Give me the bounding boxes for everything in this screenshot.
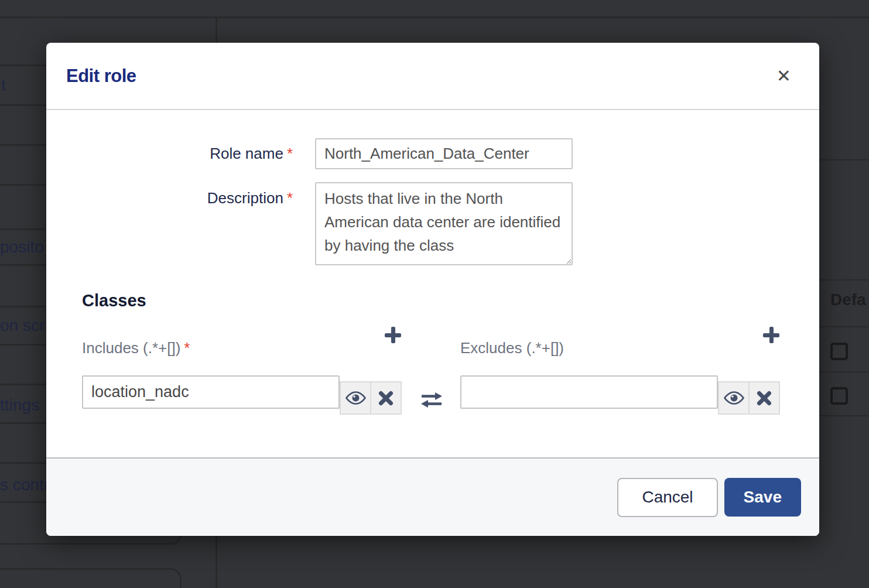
role-name-row: Role name*: [46, 138, 819, 169]
backdrop-row-divider: [817, 159, 869, 160]
preview-include-button[interactable]: [340, 381, 371, 415]
x-icon: [378, 391, 394, 406]
add-exclude-button[interactable]: [762, 326, 781, 344]
checkbox: [830, 343, 848, 360]
plus-icon: [385, 327, 401, 343]
classes-heading: Classes: [82, 291, 781, 310]
backdrop-row-divider: [817, 279, 869, 281]
backdrop-row-divider: [817, 371, 869, 372]
backdrop-text-fragment: t: [1, 76, 6, 95]
classes-section: Includes (.*+[])*: [82, 326, 781, 415]
description-row: Description* Hosts that live in the Nort…: [46, 182, 819, 265]
role-name-label: Role name*: [46, 145, 293, 163]
add-include-button[interactable]: [384, 326, 402, 344]
excludes-group: Excludes (.*+[]): [460, 326, 781, 415]
dialog-header: Edit role ✕: [46, 43, 819, 110]
remove-exclude-button[interactable]: [748, 381, 780, 415]
edit-role-dialog: Edit role ✕ Role name* Description* Host…: [46, 43, 819, 536]
includes-group: Includes (.*+[])*: [82, 326, 402, 415]
eye-icon: [345, 391, 367, 405]
required-marker: *: [287, 189, 293, 207]
checkbox: [830, 387, 848, 405]
includes-label: Includes (.*+[])*: [82, 339, 190, 357]
cancel-button[interactable]: Cancel: [617, 478, 717, 517]
close-icon: ✕: [776, 66, 791, 86]
description-textarea[interactable]: Hosts that live in the North American da…: [315, 182, 573, 265]
includes-input[interactable]: [82, 375, 340, 409]
eye-icon: [723, 391, 745, 405]
backdrop-panel-border: [0, 543, 164, 545]
description-label: Description*: [46, 182, 293, 207]
backdrop-row-divider: [817, 415, 869, 416]
remove-include-button[interactable]: [370, 381, 402, 415]
dialog-title: Edit role: [66, 66, 136, 87]
role-name-input[interactable]: [315, 138, 573, 169]
backdrop-text-fragment: s contr: [0, 476, 49, 494]
dialog-body: Role name* Description* Hosts that live …: [46, 110, 819, 457]
x-icon: [757, 391, 772, 406]
backdrop-text-fragment: posito: [0, 238, 44, 257]
excludes-label: Excludes (.*+[]): [460, 339, 564, 357]
plus-icon: [763, 327, 779, 343]
backdrop-text-fragment: on scri: [0, 316, 48, 335]
excludes-input[interactable]: [460, 375, 718, 409]
backdrop-row-divider: [817, 326, 869, 327]
save-button[interactable]: Save: [724, 478, 801, 517]
required-marker: *: [184, 339, 190, 357]
backdrop-column-header: Defa: [830, 290, 866, 309]
backdrop-panel-border: [0, 568, 182, 588]
close-button[interactable]: ✕: [772, 65, 796, 87]
backdrop-topbar-divider: [0, 16, 869, 18]
dialog-footer: Cancel Save: [46, 457, 819, 536]
swap-arrows-icon: [420, 391, 443, 409]
backdrop-text-fragment: ttings: [0, 396, 39, 415]
required-marker: *: [287, 145, 293, 162]
preview-exclude-button[interactable]: [718, 381, 750, 415]
